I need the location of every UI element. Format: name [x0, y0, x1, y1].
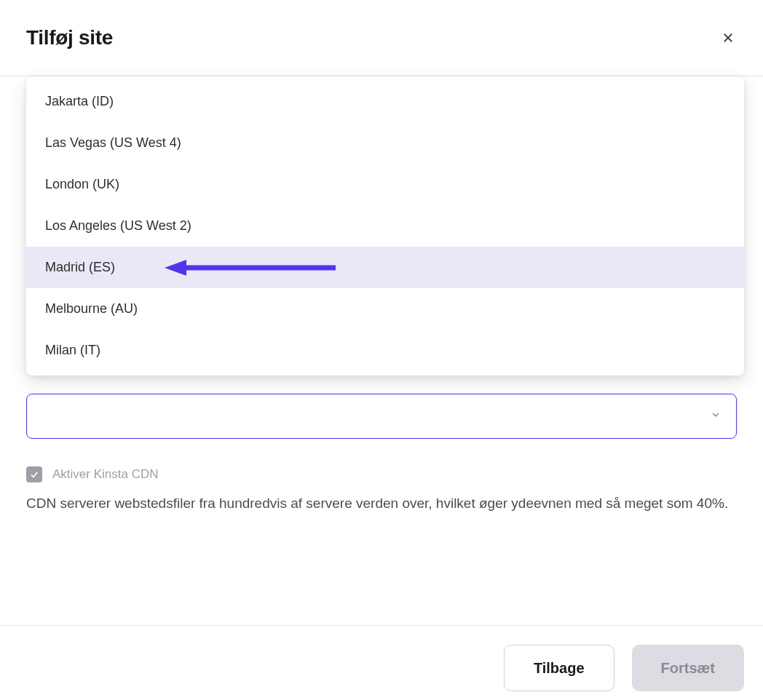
dropdown-item-london[interactable]: London (UK): [26, 164, 744, 205]
dropdown-item-label: Las Vegas (US West 4): [45, 135, 181, 150]
dropdown-item-madrid[interactable]: Madrid (ES): [26, 247, 744, 288]
dropdown-item-melbourne[interactable]: Melbourne (AU): [26, 288, 744, 330]
cdn-checkbox[interactable]: [26, 466, 42, 482]
modal-content: Jakarta (ID) Las Vegas (US West 4) Londo…: [0, 76, 763, 514]
location-dropdown-panel: Jakarta (ID) Las Vegas (US West 4) Londo…: [26, 76, 744, 375]
modal-footer: Tilbage Fortsæt: [0, 625, 763, 700]
close-button[interactable]: [719, 29, 737, 47]
cdn-checkbox-label: Aktiver Kinsta CDN: [52, 467, 158, 482]
cdn-checkbox-row: Aktiver Kinsta CDN: [26, 466, 737, 482]
annotation-arrow: [165, 259, 339, 277]
svg-marker-3: [165, 260, 186, 276]
dropdown-item-los-angeles[interactable]: Los Angeles (US West 2): [26, 205, 744, 247]
close-icon: [722, 31, 735, 44]
chevron-down-icon: [710, 409, 722, 423]
dropdown-item-label: Melbourne (AU): [45, 301, 138, 316]
dropdown-item-label: London (UK): [45, 177, 119, 191]
cdn-description: CDN serverer webstedsfiler fra hundredvi…: [26, 493, 737, 514]
location-select[interactable]: [26, 394, 737, 439]
dropdown-item-label: Madrid (ES): [45, 260, 115, 274]
dropdown-item-jakarta[interactable]: Jakarta (ID): [26, 81, 744, 122]
cdn-section: Aktiver Kinsta CDN CDN serverer websteds…: [26, 466, 737, 514]
check-icon: [29, 469, 39, 480]
back-button[interactable]: Tilbage: [504, 645, 614, 691]
dropdown-item-label: Milan (IT): [45, 343, 100, 357]
dropdown-item-milan[interactable]: Milan (IT): [26, 330, 744, 371]
modal-header: Tilføj site: [0, 0, 763, 76]
continue-button[interactable]: Fortsæt: [632, 645, 744, 691]
page-title: Tilføj site: [26, 26, 113, 49]
dropdown-item-label: Los Angeles (US West 2): [45, 218, 191, 233]
dropdown-item-label: Jakarta (ID): [45, 94, 114, 108]
dropdown-item-las-vegas[interactable]: Las Vegas (US West 4): [26, 122, 744, 164]
